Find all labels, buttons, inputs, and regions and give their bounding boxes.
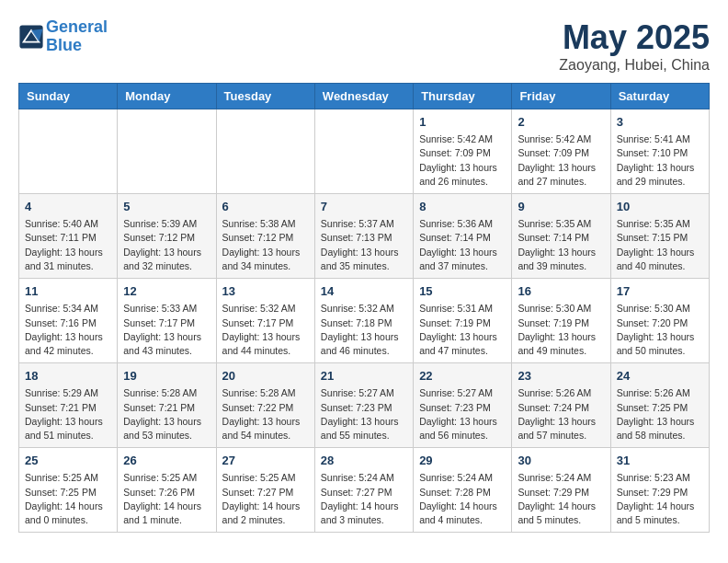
- calendar-cell: 8Sunrise: 5:36 AMSunset: 7:14 PMDaylight…: [414, 194, 512, 279]
- calendar-cell: [314, 109, 413, 194]
- day-number: 7: [321, 199, 407, 215]
- day-number: 15: [419, 283, 506, 300]
- weekday-header-sunday: Sunday: [19, 84, 118, 109]
- day-number: 2: [518, 114, 604, 131]
- day-number: 31: [617, 453, 703, 469]
- day-info: Sunrise: 5:23 AMSunset: 7:29 PMDaylight:…: [617, 471, 703, 527]
- day-number: 12: [123, 283, 210, 300]
- calendar-cell: 27Sunrise: 5:25 AMSunset: 7:27 PMDayligh…: [216, 448, 314, 533]
- calendar-week-row: 4Sunrise: 5:40 AMSunset: 7:11 PMDaylight…: [19, 194, 710, 279]
- weekday-header-thursday: Thursday: [414, 84, 512, 109]
- calendar-cell: 25Sunrise: 5:25 AMSunset: 7:25 PMDayligh…: [19, 448, 118, 533]
- day-info: Sunrise: 5:31 AMSunset: 7:19 PMDaylight:…: [419, 302, 506, 358]
- day-number: 3: [617, 114, 703, 131]
- page-header: General Blue May 2025 Zaoyang, Hubei, Ch…: [18, 18, 710, 74]
- calendar-week-row: 18Sunrise: 5:29 AMSunset: 7:21 PMDayligh…: [19, 363, 710, 448]
- day-number: 6: [222, 199, 309, 215]
- calendar-cell: 6Sunrise: 5:38 AMSunset: 7:12 PMDaylight…: [216, 194, 314, 279]
- day-number: 13: [222, 283, 309, 300]
- weekday-header-friday: Friday: [512, 84, 610, 109]
- calendar-cell: 19Sunrise: 5:28 AMSunset: 7:21 PMDayligh…: [118, 363, 216, 448]
- calendar-cell: 26Sunrise: 5:25 AMSunset: 7:26 PMDayligh…: [118, 448, 216, 533]
- day-number: 29: [419, 453, 506, 469]
- day-info: Sunrise: 5:26 AMSunset: 7:25 PMDaylight:…: [617, 386, 703, 442]
- day-number: 21: [321, 368, 407, 385]
- day-info: Sunrise: 5:41 AMSunset: 7:10 PMDaylight:…: [617, 132, 703, 189]
- day-number: 8: [419, 199, 506, 215]
- calendar-cell: 29Sunrise: 5:24 AMSunset: 7:28 PMDayligh…: [414, 448, 512, 533]
- calendar-cell: 16Sunrise: 5:30 AMSunset: 7:19 PMDayligh…: [512, 279, 610, 363]
- calendar-cell: 7Sunrise: 5:37 AMSunset: 7:13 PMDaylight…: [314, 194, 413, 279]
- day-number: 18: [25, 368, 111, 385]
- month-title: May 2025: [559, 18, 710, 57]
- day-info: Sunrise: 5:33 AMSunset: 7:17 PMDaylight:…: [123, 302, 210, 358]
- day-number: 30: [518, 453, 604, 469]
- day-number: 24: [617, 368, 703, 385]
- calendar-cell: 15Sunrise: 5:31 AMSunset: 7:19 PMDayligh…: [414, 279, 512, 363]
- day-info: Sunrise: 5:25 AMSunset: 7:26 PMDaylight:…: [123, 471, 210, 527]
- logo-line1: General: [46, 17, 108, 36]
- weekday-header-monday: Monday: [118, 84, 216, 109]
- logo-line2: Blue: [46, 36, 82, 54]
- day-info: Sunrise: 5:25 AMSunset: 7:27 PMDaylight:…: [222, 471, 309, 527]
- day-info: Sunrise: 5:34 AMSunset: 7:16 PMDaylight:…: [25, 302, 111, 358]
- day-number: 20: [222, 368, 309, 385]
- calendar-week-row: 1Sunrise: 5:42 AMSunset: 7:09 PMDaylight…: [19, 109, 710, 194]
- day-number: 27: [222, 453, 309, 469]
- calendar-cell: 3Sunrise: 5:41 AMSunset: 7:10 PMDaylight…: [610, 109, 709, 194]
- calendar-cell: 31Sunrise: 5:23 AMSunset: 7:29 PMDayligh…: [610, 448, 709, 533]
- day-number: 16: [518, 283, 604, 300]
- day-info: Sunrise: 5:30 AMSunset: 7:19 PMDaylight:…: [518, 302, 604, 358]
- logo-icon: [18, 24, 44, 50]
- day-info: Sunrise: 5:36 AMSunset: 7:14 PMDaylight:…: [419, 217, 506, 273]
- day-info: Sunrise: 5:27 AMSunset: 7:23 PMDaylight:…: [321, 386, 407, 442]
- calendar-cell: 14Sunrise: 5:32 AMSunset: 7:18 PMDayligh…: [314, 279, 413, 363]
- day-info: Sunrise: 5:42 AMSunset: 7:09 PMDaylight:…: [419, 132, 506, 189]
- day-info: Sunrise: 5:24 AMSunset: 7:29 PMDaylight:…: [518, 471, 604, 527]
- calendar-cell: 22Sunrise: 5:27 AMSunset: 7:23 PMDayligh…: [414, 363, 512, 448]
- weekday-header-saturday: Saturday: [610, 84, 709, 109]
- day-number: 25: [25, 453, 111, 469]
- day-number: 4: [25, 199, 111, 215]
- day-number: 9: [518, 199, 604, 215]
- calendar-cell: 17Sunrise: 5:30 AMSunset: 7:20 PMDayligh…: [610, 279, 709, 363]
- calendar-cell: 24Sunrise: 5:26 AMSunset: 7:25 PMDayligh…: [610, 363, 709, 448]
- day-info: Sunrise: 5:39 AMSunset: 7:12 PMDaylight:…: [123, 217, 210, 273]
- calendar-cell: 18Sunrise: 5:29 AMSunset: 7:21 PMDayligh…: [19, 363, 118, 448]
- calendar-cell: 21Sunrise: 5:27 AMSunset: 7:23 PMDayligh…: [314, 363, 413, 448]
- calendar-cell: 9Sunrise: 5:35 AMSunset: 7:14 PMDaylight…: [512, 194, 610, 279]
- day-info: Sunrise: 5:40 AMSunset: 7:11 PMDaylight:…: [25, 217, 111, 273]
- title-area: May 2025 Zaoyang, Hubei, China: [559, 18, 710, 74]
- calendar-cell: 11Sunrise: 5:34 AMSunset: 7:16 PMDayligh…: [19, 279, 118, 363]
- calendar-cell: 1Sunrise: 5:42 AMSunset: 7:09 PMDaylight…: [414, 109, 512, 194]
- day-number: 14: [321, 283, 407, 300]
- calendar-cell: 30Sunrise: 5:24 AMSunset: 7:29 PMDayligh…: [512, 448, 610, 533]
- calendar-table: SundayMondayTuesdayWednesdayThursdayFrid…: [18, 83, 710, 533]
- day-info: Sunrise: 5:38 AMSunset: 7:12 PMDaylight:…: [222, 217, 309, 273]
- calendar-cell: 4Sunrise: 5:40 AMSunset: 7:11 PMDaylight…: [19, 194, 118, 279]
- logo-text: General Blue: [46, 18, 108, 55]
- day-info: Sunrise: 5:24 AMSunset: 7:27 PMDaylight:…: [321, 471, 407, 527]
- day-info: Sunrise: 5:32 AMSunset: 7:17 PMDaylight:…: [222, 302, 309, 358]
- calendar-cell: 12Sunrise: 5:33 AMSunset: 7:17 PMDayligh…: [118, 279, 216, 363]
- day-number: 28: [321, 453, 407, 469]
- calendar-cell: [216, 109, 314, 194]
- calendar-header-row: SundayMondayTuesdayWednesdayThursdayFrid…: [19, 84, 710, 109]
- day-number: 1: [419, 114, 506, 131]
- day-number: 11: [25, 283, 111, 300]
- location-subtitle: Zaoyang, Hubei, China: [559, 57, 710, 74]
- weekday-header-wednesday: Wednesday: [314, 84, 413, 109]
- calendar-week-row: 11Sunrise: 5:34 AMSunset: 7:16 PMDayligh…: [19, 279, 710, 363]
- day-info: Sunrise: 5:24 AMSunset: 7:28 PMDaylight:…: [419, 471, 506, 527]
- day-info: Sunrise: 5:25 AMSunset: 7:25 PMDaylight:…: [25, 471, 111, 527]
- calendar-cell: 10Sunrise: 5:35 AMSunset: 7:15 PMDayligh…: [610, 194, 709, 279]
- day-number: 10: [617, 199, 703, 215]
- calendar-cell: 5Sunrise: 5:39 AMSunset: 7:12 PMDaylight…: [118, 194, 216, 279]
- day-info: Sunrise: 5:28 AMSunset: 7:22 PMDaylight:…: [222, 386, 309, 442]
- calendar-cell: [19, 109, 118, 194]
- day-info: Sunrise: 5:28 AMSunset: 7:21 PMDaylight:…: [123, 386, 210, 442]
- calendar-cell: [118, 109, 216, 194]
- calendar-cell: 13Sunrise: 5:32 AMSunset: 7:17 PMDayligh…: [216, 279, 314, 363]
- calendar-cell: 2Sunrise: 5:42 AMSunset: 7:09 PMDaylight…: [512, 109, 610, 194]
- day-number: 26: [123, 453, 210, 469]
